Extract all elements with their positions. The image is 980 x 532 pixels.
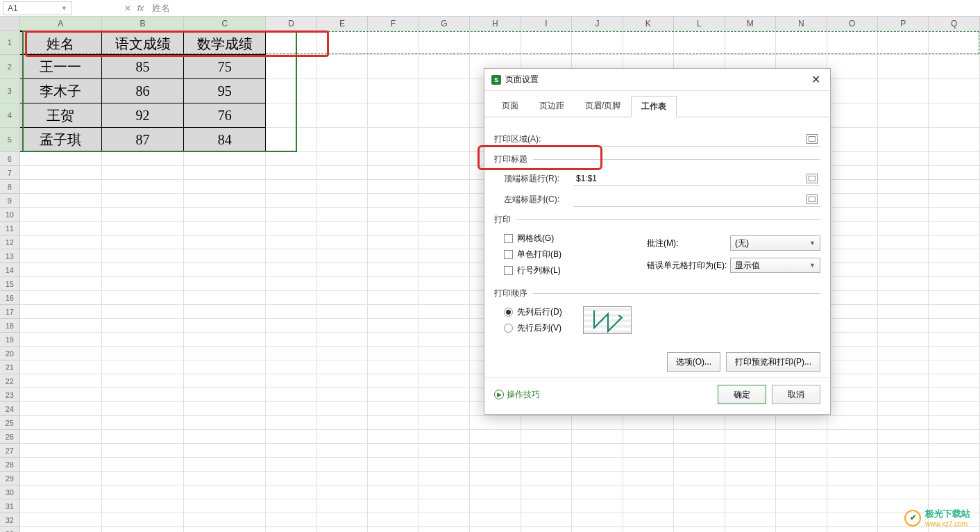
close-icon[interactable]: ✕ (809, 73, 823, 86)
cell[interactable] (266, 249, 316, 263)
cell[interactable] (317, 263, 368, 277)
cell[interactable] (878, 152, 929, 166)
cell[interactable] (776, 485, 827, 499)
column-header-C[interactable]: C (184, 17, 266, 30)
cell[interactable] (878, 444, 929, 458)
cell[interactable]: 数学成绩 (184, 31, 266, 55)
cell[interactable] (470, 527, 521, 532)
cell[interactable] (878, 360, 929, 374)
name-box[interactable]: A1 ▼ (3, 1, 72, 15)
cell[interactable] (572, 527, 623, 532)
cell[interactable] (827, 235, 878, 249)
cell[interactable] (419, 180, 470, 194)
cell[interactable] (878, 222, 929, 235)
gridlines-checkbox[interactable]: 网格线(G) (504, 233, 619, 244)
cell[interactable] (317, 430, 368, 444)
cell[interactable] (184, 249, 266, 263)
cell[interactable] (102, 152, 184, 166)
cell[interactable] (266, 499, 316, 513)
cell[interactable] (674, 444, 725, 458)
cell[interactable]: 姓名 (20, 31, 102, 55)
cell[interactable] (20, 485, 102, 499)
cell[interactable] (317, 152, 368, 166)
tab-margins[interactable]: 页边距 (529, 95, 575, 117)
cell[interactable] (368, 472, 419, 485)
row-header[interactable]: 30 (0, 485, 20, 499)
cell[interactable] (878, 485, 929, 499)
cell[interactable] (674, 513, 725, 527)
cell[interactable] (878, 128, 929, 152)
cell[interactable] (317, 333, 368, 347)
cell[interactable] (521, 416, 572, 430)
cell[interactable] (827, 208, 878, 222)
cell[interactable] (266, 291, 316, 305)
cell[interactable] (102, 485, 184, 499)
cell[interactable] (266, 402, 316, 416)
cell[interactable] (266, 208, 316, 222)
cell[interactable] (102, 527, 184, 532)
cell[interactable] (20, 472, 102, 485)
cell[interactable]: 86 (102, 79, 184, 103)
cell[interactable] (827, 360, 878, 374)
cell[interactable] (878, 103, 929, 128)
column-header-O[interactable]: O (827, 17, 878, 30)
cell[interactable] (929, 374, 979, 388)
cell[interactable] (878, 235, 929, 249)
column-header-B[interactable]: B (102, 17, 184, 30)
cell[interactable] (102, 277, 184, 291)
cell[interactable] (20, 291, 102, 305)
column-header-K[interactable]: K (623, 17, 674, 30)
cell[interactable] (184, 485, 266, 499)
row-header[interactable]: 24 (0, 402, 20, 416)
cell[interactable] (317, 444, 368, 458)
cell[interactable] (317, 194, 368, 208)
cell[interactable] (317, 347, 368, 360)
cell[interactable] (776, 472, 827, 485)
cell[interactable] (368, 360, 419, 374)
cell[interactable] (184, 430, 266, 444)
cell[interactable] (368, 513, 419, 527)
cell[interactable] (929, 430, 979, 444)
cell[interactable] (521, 444, 572, 458)
cell[interactable]: 孟子琪 (20, 128, 102, 152)
cell[interactable] (20, 208, 102, 222)
cell[interactable] (266, 430, 316, 444)
cell[interactable] (725, 527, 776, 532)
cell[interactable] (184, 513, 266, 527)
rowcol-headings-checkbox[interactable]: 行号列标(L) (504, 265, 619, 276)
cell[interactable] (184, 263, 266, 277)
cell[interactable] (674, 527, 725, 532)
row-header[interactable]: 21 (0, 360, 20, 374)
cell[interactable] (827, 103, 878, 128)
cell[interactable] (102, 499, 184, 513)
cell[interactable] (419, 333, 470, 347)
cell[interactable] (184, 319, 266, 333)
cell[interactable] (266, 527, 316, 532)
cell[interactable] (184, 347, 266, 360)
cell[interactable] (184, 208, 266, 222)
cell[interactable] (572, 31, 623, 55)
cancel-formula-icon[interactable]: ✕ (121, 1, 135, 15)
cell[interactable] (317, 319, 368, 333)
row-header[interactable]: 22 (0, 374, 20, 388)
cell[interactable] (368, 79, 419, 103)
cell[interactable] (827, 152, 878, 166)
column-header-P[interactable]: P (878, 17, 929, 30)
cell[interactable] (317, 472, 368, 485)
cell[interactable] (20, 402, 102, 416)
cell[interactable] (368, 402, 419, 416)
cell[interactable] (929, 360, 979, 374)
cell[interactable] (419, 235, 470, 249)
cell[interactable] (184, 333, 266, 347)
cell[interactable] (266, 180, 316, 194)
cell[interactable] (929, 319, 979, 333)
cell[interactable] (776, 458, 827, 472)
cell[interactable]: 87 (102, 128, 184, 152)
cell[interactable] (878, 263, 929, 277)
cell[interactable] (368, 152, 419, 166)
cell[interactable] (102, 513, 184, 527)
cell[interactable] (317, 499, 368, 513)
cell[interactable] (102, 180, 184, 194)
cell[interactable] (623, 485, 674, 499)
cell[interactable] (827, 388, 878, 402)
